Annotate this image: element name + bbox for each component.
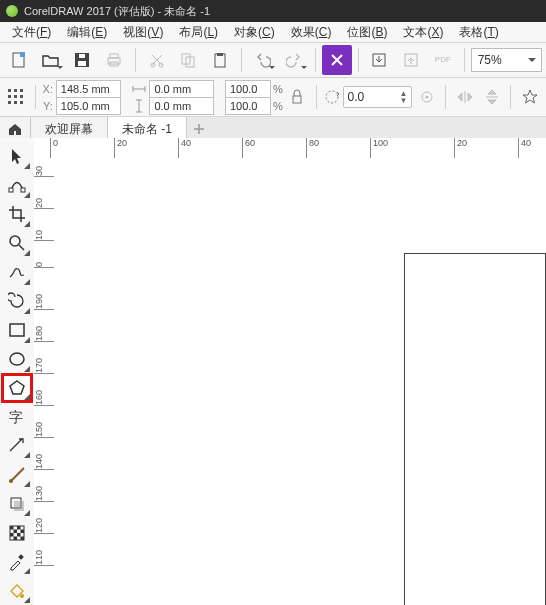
ruler-tick: 190 [34, 292, 54, 310]
svg-rect-32 [10, 324, 24, 336]
print-button[interactable] [99, 45, 129, 75]
svg-rect-22 [8, 101, 11, 104]
import-icon [371, 52, 387, 68]
y-position-input[interactable]: 105.0 mm [56, 97, 121, 115]
property-bar: X: 148.5 mm Y: 105.0 mm 0.0 mm 0.0 mm 10… [0, 78, 546, 117]
import-button[interactable] [365, 45, 395, 75]
svg-rect-21 [20, 95, 23, 98]
scale-x-input[interactable]: 100.0 [225, 80, 271, 98]
freehand-tool[interactable] [2, 258, 32, 287]
search-content-button[interactable] [322, 45, 352, 75]
size-group: 0.0 mm 0.0 mm [131, 80, 214, 114]
transparency-tool[interactable] [2, 518, 32, 547]
mirror-vertical-button[interactable] [479, 82, 504, 112]
new-button[interactable] [4, 45, 34, 75]
menu-view[interactable]: 视图(V) [115, 23, 171, 42]
separator [135, 48, 136, 72]
rectangle-tool[interactable] [2, 316, 32, 345]
copy-button[interactable] [173, 45, 203, 75]
rectangle-icon [8, 321, 26, 339]
rotation-input[interactable]: 0.0 ▲▼ [343, 86, 413, 108]
height-input[interactable]: 0.0 mm [149, 97, 214, 115]
ruler-tick: 160 [34, 388, 54, 406]
cut-button[interactable] [142, 45, 172, 75]
ruler-tick: 0 [50, 138, 58, 158]
chevron-down-icon[interactable] [525, 54, 539, 66]
redo-button[interactable] [279, 45, 309, 75]
spinner-arrows[interactable]: ▲▼ [400, 90, 408, 104]
print-icon [106, 52, 122, 68]
svg-rect-45 [14, 536, 18, 540]
svg-rect-46 [21, 536, 25, 540]
menu-object[interactable]: 对象(C) [226, 23, 283, 42]
home-icon [7, 121, 23, 137]
open-button[interactable] [36, 45, 66, 75]
standard-toolbar: PDF 75% [0, 43, 546, 78]
svg-rect-30 [21, 188, 25, 192]
parallel-dimension-tool[interactable] [2, 431, 32, 460]
y-label: Y: [42, 100, 54, 112]
interactive-fill-tool[interactable] [2, 576, 32, 605]
menu-bitmap[interactable]: 位图(B) [339, 23, 395, 42]
percent-label: % [273, 83, 283, 95]
width-icon [131, 84, 147, 94]
zoom-level-combo[interactable]: 75% [471, 48, 542, 72]
publish-pdf-button[interactable]: PDF [428, 45, 458, 75]
ruler-tick: 10 [34, 228, 54, 241]
dimension-icon [8, 437, 26, 455]
width-input[interactable]: 0.0 mm [149, 80, 214, 98]
new-document-icon [11, 52, 27, 68]
snap-grid-icon [7, 88, 25, 106]
ruler-horizontal[interactable]: 0 20 40 60 80 100 20 40 [34, 138, 546, 159]
shape-edit-icon [8, 176, 26, 194]
save-button[interactable] [67, 45, 97, 75]
scale-y-input[interactable]: 100.0 [225, 97, 271, 115]
favorite-button[interactable] [517, 82, 542, 112]
zoom-level-value: 75% [478, 53, 525, 67]
export-button[interactable] [396, 45, 426, 75]
spiral-icon [8, 292, 26, 310]
undo-button[interactable] [248, 45, 278, 75]
svg-rect-20 [14, 95, 17, 98]
redo-icon [286, 52, 302, 68]
menu-edit[interactable]: 编辑(E) [59, 23, 115, 42]
svg-rect-41 [14, 529, 18, 533]
height-icon [131, 99, 147, 113]
ruler-tick: 100 [370, 138, 388, 158]
ruler-tick: 180 [34, 324, 54, 342]
menu-effects[interactable]: 效果(C) [283, 23, 340, 42]
menu-table[interactable]: 表格(T) [451, 23, 506, 42]
paste-button[interactable] [205, 45, 235, 75]
shape-tool[interactable] [2, 171, 32, 200]
separator [358, 48, 359, 72]
lock-ratio-button[interactable] [285, 82, 310, 112]
menu-file[interactable]: 文件(F) [4, 23, 59, 42]
svg-rect-3 [78, 61, 86, 66]
color-eyedropper-tool[interactable] [2, 547, 32, 576]
pick-tool[interactable] [2, 142, 32, 171]
drawing-canvas[interactable] [54, 158, 546, 605]
mirror-horizontal-button[interactable] [452, 82, 477, 112]
copy-icon [180, 52, 196, 68]
crop-tool[interactable] [2, 200, 32, 229]
connector-tool[interactable] [2, 460, 32, 489]
ruler-tick: 80 [306, 138, 319, 158]
titlebar: CorelDRAW 2017 (评估版) - 未命名 -1 [0, 0, 546, 22]
ruler-vertical[interactable]: 30 20 10 0 190 180 170 160 150 140 130 1… [34, 158, 55, 605]
menu-layout[interactable]: 布局(L) [171, 23, 226, 42]
cursor-icon [9, 147, 25, 165]
svg-point-31 [10, 236, 20, 246]
x-position-input[interactable]: 148.5 mm [56, 80, 121, 98]
drop-shadow-tool[interactable] [2, 489, 32, 518]
ellipse-tool[interactable] [2, 345, 32, 374]
snap-options-button[interactable] [4, 82, 29, 112]
rotation-center-icon [419, 89, 435, 105]
artistic-media-tool[interactable] [2, 287, 32, 316]
fill-icon [8, 582, 26, 600]
polygon-tool[interactable] [2, 374, 32, 403]
search-content-icon [329, 52, 345, 68]
menu-text[interactable]: 文本(X) [395, 23, 451, 42]
zoom-tool[interactable] [2, 229, 32, 258]
rotation-center-button[interactable] [414, 82, 439, 112]
text-tool[interactable]: 字 [2, 402, 32, 431]
